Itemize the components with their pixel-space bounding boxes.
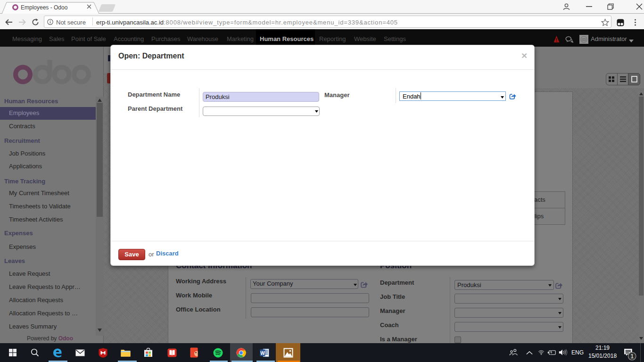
svg-text:W: W [260, 351, 265, 356]
svg-text:1: 1 [630, 353, 634, 360]
